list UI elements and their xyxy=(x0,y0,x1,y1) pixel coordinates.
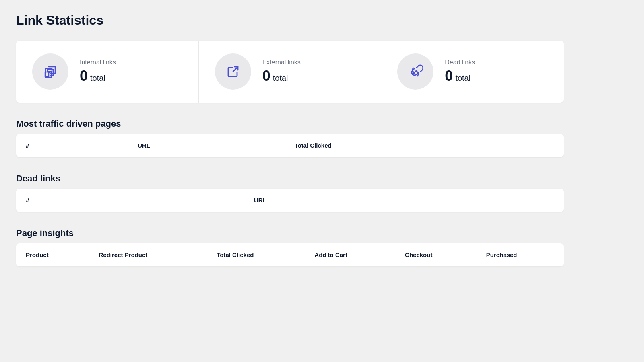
dead-links-table: # URL xyxy=(16,189,564,212)
traffic-table-container: # URL Total Clicked xyxy=(16,134,564,157)
internal-link-value: 0 total xyxy=(80,68,116,84)
traffic-col-url: URL xyxy=(128,134,285,157)
insights-table-container: Product Redirect Product Total Clicked A… xyxy=(16,243,564,267)
dead-link-value: 0 total xyxy=(445,68,475,84)
insights-col-clicked: Total Clicked xyxy=(207,243,305,267)
dead-link-icon xyxy=(407,64,423,80)
stat-card-external: External links 0 total xyxy=(199,41,382,103)
insights-table: Product Redirect Product Total Clicked A… xyxy=(16,243,564,267)
internal-link-info: Internal links 0 total xyxy=(80,59,116,84)
insights-col-cart: Add to Cart xyxy=(305,243,395,267)
traffic-col-clicked: Total Clicked xyxy=(285,134,564,157)
dead-link-info: Dead links 0 total xyxy=(445,59,475,84)
page-container: Link Statistics Internal links 0 total xyxy=(0,0,580,296)
stats-row: Internal links 0 total External links 0 xyxy=(16,41,564,103)
dead-links-col-url: URL xyxy=(244,189,564,212)
traffic-table: # URL Total Clicked xyxy=(16,134,564,157)
dead-links-section-title: Dead links xyxy=(16,173,564,184)
dead-links-col-number: # xyxy=(16,189,244,212)
dead-link-label: Dead links xyxy=(445,59,475,66)
traffic-col-number: # xyxy=(16,134,128,157)
stat-card-internal: Internal links 0 total xyxy=(16,41,199,103)
insights-col-product: Product xyxy=(16,243,89,267)
traffic-table-header-row: # URL Total Clicked xyxy=(16,134,564,157)
insights-header-row: Product Redirect Product Total Clicked A… xyxy=(16,243,564,267)
stat-card-dead: Dead links 0 total xyxy=(381,41,564,103)
external-link-info: External links 0 total xyxy=(262,59,301,84)
internal-link-icon xyxy=(42,64,58,80)
traffic-section-title: Most traffic driven pages xyxy=(16,119,564,129)
page-title: Link Statistics xyxy=(16,13,564,28)
insights-section-title: Page insights xyxy=(16,228,564,239)
external-link-icon xyxy=(225,64,241,80)
external-link-icon-circle xyxy=(215,53,251,90)
dead-links-header-row: # URL xyxy=(16,189,564,212)
external-link-value: 0 total xyxy=(262,68,301,84)
dead-link-icon-circle xyxy=(397,53,433,90)
internal-link-icon-circle xyxy=(32,53,68,90)
external-link-label: External links xyxy=(262,59,301,66)
insights-col-purchased: Purchased xyxy=(477,243,564,267)
insights-col-checkout: Checkout xyxy=(395,243,477,267)
internal-link-label: Internal links xyxy=(80,59,116,66)
insights-col-redirect: Redirect Product xyxy=(89,243,207,267)
dead-links-table-container: # URL xyxy=(16,189,564,212)
